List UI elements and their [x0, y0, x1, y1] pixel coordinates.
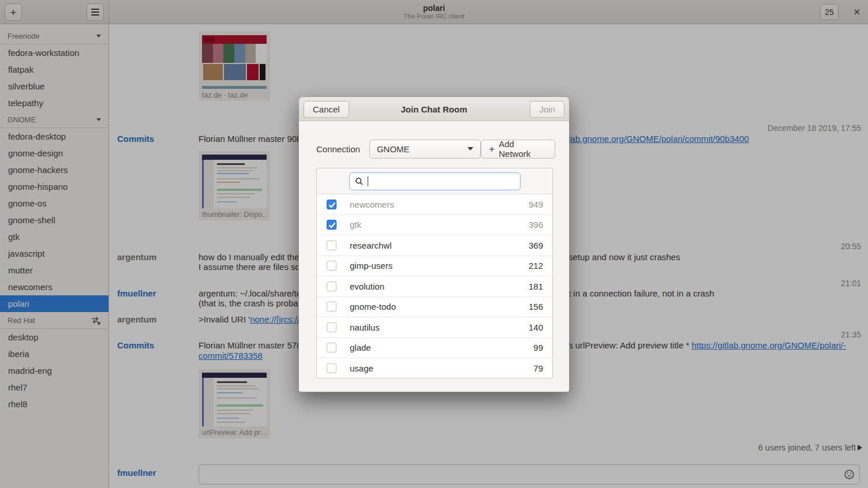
room-search-input[interactable] [349, 172, 521, 190]
room-name: gtk [350, 220, 361, 230]
connection-value: GNOME [377, 144, 410, 154]
cancel-button[interactable]: Cancel [304, 101, 349, 118]
room-row-nautilus[interactable]: nautilus 140 [317, 317, 552, 338]
checkbox-unchecked[interactable] [327, 241, 336, 250]
check-icon [328, 201, 336, 209]
room-row-newcomers[interactable]: newcomers 949 [317, 194, 552, 215]
room-name: gnome-todo [350, 302, 396, 311]
add-network-button[interactable]: + Add Network [481, 140, 555, 159]
room-count: 140 [529, 322, 543, 332]
join-button-disabled[interactable]: Join [530, 101, 564, 118]
check-icon [328, 222, 336, 229]
checkbox-unchecked[interactable] [327, 281, 336, 291]
polari-window: + polari The Polari IRC client 25 ✕ Free… [0, 0, 868, 488]
checkbox-unchecked[interactable] [327, 363, 336, 373]
room-count: 99 [533, 343, 543, 352]
connection-label: Connection [316, 144, 360, 154]
plus-icon: + [489, 144, 495, 154]
search-row [317, 168, 552, 194]
room-name: evolution [350, 281, 384, 291]
room-row-gimp-users[interactable]: gimp-users 212 [317, 256, 552, 277]
connection-dropdown[interactable]: GNOME [369, 140, 481, 159]
room-name: newcomers [350, 200, 394, 209]
checkbox-unchecked[interactable] [327, 302, 336, 311]
room-count: 156 [529, 302, 543, 311]
room-count: 369 [529, 241, 543, 250]
checkbox-checked[interactable] [327, 200, 336, 209]
room-count: 181 [529, 281, 543, 291]
room-name: researchwl [350, 241, 392, 250]
checkbox-unchecked[interactable] [327, 343, 336, 352]
chevron-down-icon [467, 147, 473, 151]
room-name: nautilus [350, 322, 380, 332]
add-network-label: Add Network [499, 139, 547, 159]
room-count: 79 [533, 363, 543, 373]
room-row-gtk[interactable]: gtk 396 [317, 215, 552, 236]
room-name: usage [350, 363, 373, 373]
text-caret [368, 177, 369, 186]
room-row-researchwl[interactable]: researchwl 369 [317, 235, 552, 256]
join-chat-room-dialog: Cancel Join Chat Room Join Connection GN… [298, 96, 570, 392]
room-row-glade[interactable]: glade 99 [317, 338, 552, 359]
room-row-usage[interactable]: usage 79 [317, 358, 552, 378]
room-count: 396 [529, 220, 543, 230]
room-list-frame: newcomers 949 gtk 396 researchwl 369 gi [316, 168, 553, 378]
checkbox-checked[interactable] [327, 220, 336, 230]
room-count: 949 [529, 200, 543, 209]
dialog-headerbar: Cancel Join Chat Room Join [299, 97, 569, 121]
connection-row: Connection GNOME + Add Network [316, 139, 555, 159]
checkbox-unchecked[interactable] [327, 261, 336, 271]
room-row-evolution[interactable]: evolution 181 [317, 276, 552, 297]
dialog-title: Join Chat Room [357, 97, 511, 121]
room-name: glade [350, 343, 371, 352]
checkbox-unchecked[interactable] [327, 322, 336, 332]
search-icon [355, 177, 364, 186]
room-count: 212 [529, 261, 543, 271]
room-row-gnome-todo[interactable]: gnome-todo 156 [317, 297, 552, 318]
room-name: gimp-users [350, 261, 392, 271]
